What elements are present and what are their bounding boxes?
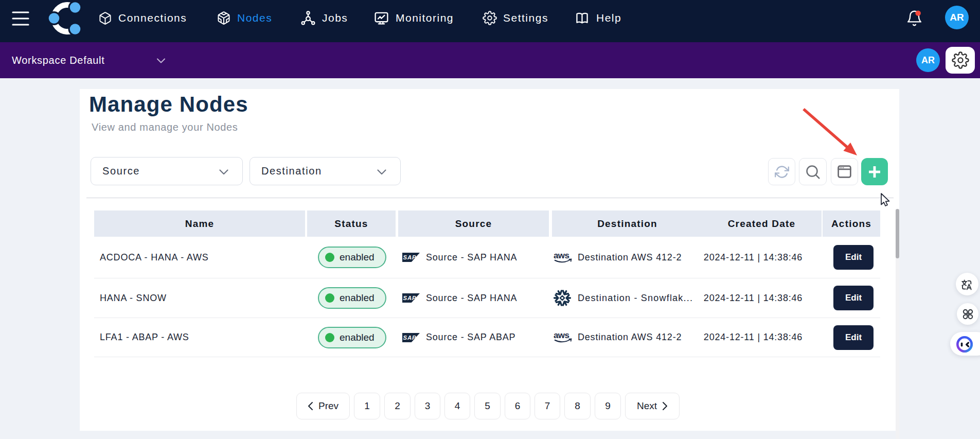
svg-text:SAP: SAP [403,335,417,341]
svg-text:aws: aws [554,330,569,340]
svg-text:SAP: SAP [403,295,417,301]
svg-text:aws: aws [554,251,569,260]
svg-text:SAP: SAP [403,254,417,260]
